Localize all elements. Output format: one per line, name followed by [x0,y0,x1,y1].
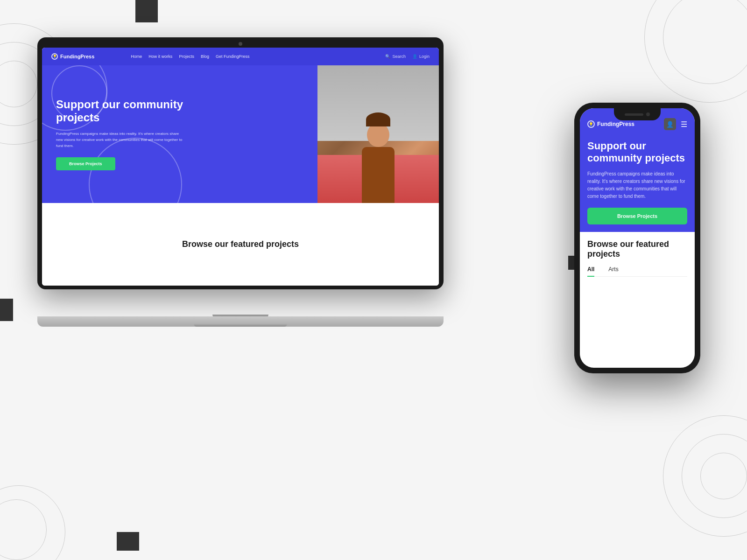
search-icon: 🔍 [385,54,390,59]
laptop-nav-blog[interactable]: Blog [201,54,209,59]
laptop-hero-description: FundingPress campaigns make ideas into r… [56,131,187,149]
laptop-nav-right: 🔍 Search 👤 Login [385,54,430,59]
decor-circle-8 [700,453,747,499]
phone-nav-right: 👤 ☰ [664,118,687,130]
phone-tab-arts[interactable]: Arts [608,266,618,273]
phone-logo-text: FundingPress [597,121,634,127]
decor-circle-7 [682,434,747,518]
person-hair [366,112,390,126]
decor-square-4 [117,532,139,551]
phone-user-icon[interactable]: 👤 [664,118,676,130]
phone-device: 💡 FundingPress 👤 ☰ Support our community… [574,103,700,373]
decor-circle-3 [0,61,37,107]
phone-menu-icon[interactable]: ☰ [681,120,687,129]
phone-logo: 💡 FundingPress [587,120,634,128]
laptop-hero-photo [317,65,439,203]
laptop-bottom-section: Browse our featured projects [42,203,439,286]
phone-speaker [625,113,643,116]
laptop-logo-text: FundingPress [60,54,94,59]
laptop-login-label[interactable]: Login [419,54,430,59]
phone-frame: 💡 FundingPress 👤 ☰ Support our community… [574,103,700,373]
laptop-search-label[interactable]: Search [392,54,406,59]
phone-notch [614,108,661,120]
phone-hero-title: Support our community projects [587,140,687,165]
laptop-search[interactable]: 🔍 Search [385,54,406,59]
phone-bottom-section: Browse our featured projects All Arts [580,232,695,284]
laptop-nav-links: Home How it works Projects Blog Get Fund… [131,54,249,59]
laptop-hero-title: Support our community projects [56,98,187,125]
laptop-nav-projects[interactable]: Projects [179,54,194,59]
phone-tabs: All Arts [587,266,687,277]
laptop-frame: 💡 FundingPress Home How it works Project… [37,37,444,289]
decor-square-3 [0,299,13,321]
laptop-hero-content: Support our community projects FundingPr… [42,84,201,185]
decor-circle-9 [0,485,65,560]
laptop-featured-title: Browse our featured projects [182,239,299,249]
phone-camera [646,112,650,116]
phone-logo-icon: 💡 [587,120,595,128]
decor-circle-5 [663,0,747,84]
laptop-nav-how[interactable]: How it works [148,54,172,59]
phone-hero-description: FundingPress campaigns make ideas into r… [587,170,687,200]
decor-circle-6 [663,415,747,537]
laptop-screen: 💡 FundingPress Home How it works Project… [42,48,439,286]
user-icon: 👤 [412,54,417,59]
laptop-hero: Support our community projects FundingPr… [42,65,439,203]
phone-tab-all[interactable]: All [587,266,594,273]
laptop-navbar: 💡 FundingPress Home How it works Project… [42,48,439,65]
person-figure [350,109,406,203]
laptop-nav-get[interactable]: Get FundingPress [216,54,250,59]
laptop-nav-home[interactable]: Home [131,54,142,59]
phone-hero: Support our community projects FundingPr… [580,133,695,232]
decor-square-1 [135,0,158,22]
laptop-base [37,316,444,327]
laptop-logo-icon: 💡 [51,53,58,60]
decor-circle-4 [644,0,747,103]
phone-featured-title: Browse our featured projects [587,239,687,259]
laptop-logo: 💡 FundingPress [51,53,94,60]
person-body [362,147,395,203]
phone-screen: 💡 FundingPress 👤 ☰ Support our community… [580,108,695,368]
phone-browse-button[interactable]: Browse Projects [587,208,687,224]
laptop-foot [194,324,287,327]
laptop-browse-button[interactable]: Browse Projects [56,157,115,170]
laptop-login[interactable]: 👤 Login [412,54,430,59]
decor-circle-10 [0,499,47,560]
laptop-hero-image [317,65,439,203]
laptop-camera [239,42,242,46]
laptop-device: 💡 FundingPress Home How it works Project… [37,37,444,327]
